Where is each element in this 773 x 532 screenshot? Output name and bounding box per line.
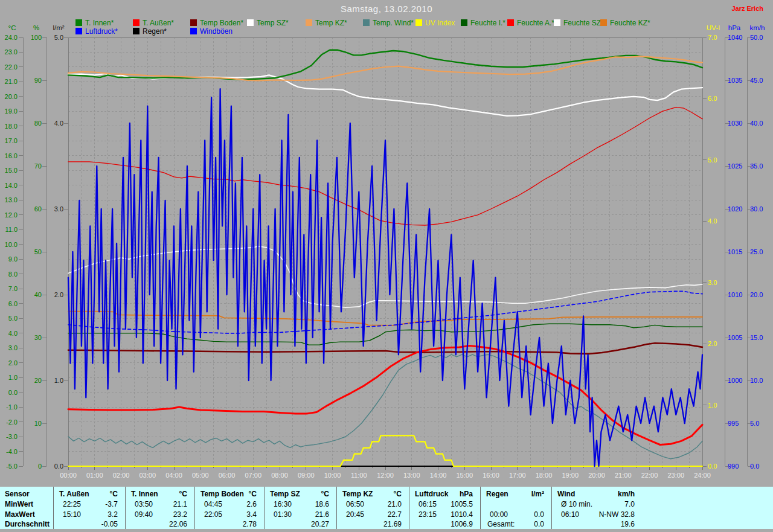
axis-tick-label-kmh: 15.0 <box>750 334 763 341</box>
axis-tick-label-pct: 20 <box>34 377 42 384</box>
x-axis-label: 23:00 <box>667 472 684 479</box>
axis-tick-label-uv: 0.0 <box>708 463 717 470</box>
table-cell: Luftdruck <box>415 490 448 498</box>
axis-tick-label-degC: -5.0 <box>6 463 18 470</box>
series-line-luftdruck <box>68 291 702 333</box>
axis-tick-label-degC: 8.0 <box>8 271 18 278</box>
legend-item: T. Außen* <box>133 19 174 27</box>
table-cell: °C <box>179 490 187 498</box>
legend-label: Temp SZ* <box>257 19 289 27</box>
table-column-separator <box>336 487 337 529</box>
x-axis-label: 07:00 <box>245 472 261 479</box>
axis-tick-label-hpa: 1000 <box>728 377 742 384</box>
axis-tick-label-degC: 5.0 <box>8 315 18 322</box>
axis-tick-label-pct: 90 <box>34 77 42 84</box>
axis-tick-label-lm2: 4.0 <box>54 120 63 127</box>
table-cell: 2.6 <box>246 500 257 508</box>
x-axis-label: 17:00 <box>509 472 526 479</box>
axis-tick-label-degC: 16.0 <box>5 152 18 159</box>
axis-tick-label-kmh: 45.0 <box>750 77 763 84</box>
axis-tick-label-degC: 22.0 <box>5 63 18 71</box>
legend-item: Temp Boden* <box>190 19 243 27</box>
table-cell: MaxWert <box>5 510 35 518</box>
x-axis-label: 19:00 <box>562 472 579 479</box>
axis-tick-label-degC: 11.0 <box>5 226 18 233</box>
axis-tick-label-uv: 4.0 <box>708 217 717 225</box>
table-cell: 06:15 <box>419 500 437 508</box>
axis-tick-label-degC: 20.0 <box>5 93 18 100</box>
table-cell: 09:40 <box>135 510 153 518</box>
legend-item: Feuchte I.* <box>461 19 505 27</box>
axis-tick-label-hpa: 1005 <box>728 334 742 341</box>
legend-swatch-icon <box>133 28 140 34</box>
table-cell: 0.0 <box>534 510 544 518</box>
table-cell: 21.0 <box>388 500 402 508</box>
legend-item: Temp KZ* <box>306 19 347 27</box>
legend-item: Feuchte KZ* <box>600 19 650 27</box>
axis-tick-label-lm2: 1.0 <box>54 377 63 384</box>
table-cell: 01:30 <box>274 510 292 518</box>
table-cell: 03:50 <box>135 500 153 508</box>
axis-tick-label-degC: -4.0 <box>6 448 18 455</box>
table-cell: T. Außen <box>59 490 89 498</box>
legend-swatch-icon <box>461 19 467 26</box>
x-axis-label: 14:00 <box>430 472 447 479</box>
axis-tick-label-pct: 10 <box>34 420 42 427</box>
axis-tick-label-pct: 60 <box>34 205 42 213</box>
axis-tick-label-uv: 6.0 <box>708 95 717 102</box>
axis-tick-label-degC: 15.0 <box>5 167 18 174</box>
table-cell: 22:25 <box>63 500 81 508</box>
legend-swatch-icon <box>133 19 140 26</box>
table-cell: 20:45 <box>346 510 364 518</box>
x-axis-label: 04:00 <box>165 472 182 479</box>
axis-tick-label-degC: 6.0 <box>8 300 18 307</box>
x-axis-label: 13:00 <box>403 472 420 479</box>
table-cell: Gesamt: <box>487 520 515 528</box>
axis-tick-label-lm2: 3.0 <box>54 205 63 213</box>
legend-item: Regen* <box>133 27 167 35</box>
axis-tick-label-hpa: 1030 <box>728 120 742 127</box>
x-axis-label: 01:00 <box>86 472 103 479</box>
axis-tick-label-degC: 13.0 <box>5 196 18 204</box>
legend-swatch-icon <box>507 19 514 26</box>
x-axis-label: 21:00 <box>615 472 632 479</box>
axis-tick-label-degC: 9.0 <box>8 255 18 263</box>
series-line-temp_sz <box>68 74 702 116</box>
x-axis-label: 08:00 <box>271 472 288 479</box>
chart-legend: T. Innen*T. Außen*Temp Boden*Temp SZ*Tem… <box>0 0 773 36</box>
table-cell: 22:05 <box>204 510 222 518</box>
legend-item: Luftdruck* <box>75 27 118 35</box>
table-cell: 1006.9 <box>451 520 473 528</box>
axis-tick-label-kmh: 10.0 <box>750 377 763 384</box>
table-cell: 3.4 <box>246 510 257 518</box>
axis-tick-label-hpa: 1010 <box>728 291 742 298</box>
axis-tick-label-hpa: 1025 <box>728 162 742 170</box>
axis-tick-label-degC: 0.0 <box>8 389 18 396</box>
legend-label: UV Index <box>425 19 455 27</box>
legend-swatch-icon <box>190 28 197 34</box>
table-cell: Wind <box>557 490 575 498</box>
axis-tick-label-pct: 0 <box>38 463 42 470</box>
table-cell: Durchschnitt <box>5 520 50 528</box>
legend-item: Feuchte A.* <box>507 19 554 27</box>
table-cell: 18.6 <box>315 500 329 508</box>
series-line-temp_boden <box>68 343 702 354</box>
legend-label: Windböen <box>200 27 233 36</box>
table-cell: 16:30 <box>274 500 292 508</box>
legend-label: Luftdruck* <box>85 27 118 36</box>
x-axis-label: 11:00 <box>351 472 367 479</box>
x-axis-label: 22:00 <box>641 472 658 479</box>
axis-tick-label-hpa: 990 <box>728 463 739 470</box>
axis-tick-label-pct: 40 <box>34 291 42 298</box>
axis-tick-label-degC: 14.0 <box>5 182 18 189</box>
legend-item: UV Index <box>415 19 455 27</box>
table-cell: 06:10 <box>561 510 579 518</box>
legend-item: Windböen <box>190 27 233 35</box>
table-cell: 22.06 <box>169 520 187 528</box>
weather-app-window: Samstag, 13.02.2010 Jarz Erich °C24.023.… <box>0 0 773 532</box>
table-cell: N-NW 32.8 <box>599 510 635 518</box>
axis-tick-label-degC: -3.0 <box>6 433 18 440</box>
axis-tick-label-pct: 80 <box>34 120 42 127</box>
legend-item: Temp SZ* <box>247 19 289 27</box>
legend-swatch-icon <box>600 19 607 26</box>
